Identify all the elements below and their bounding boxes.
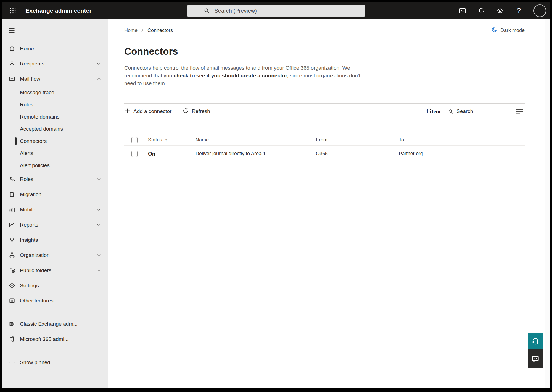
- sidebar-item-classic-exchange-admin[interactable]: Classic Exchange adm...: [2, 316, 108, 332]
- microsoft-365-logo-icon: [8, 336, 15, 343]
- sidebar-item-label: Settings: [20, 283, 39, 289]
- app-title: Exchange admin center: [25, 7, 92, 14]
- row-checkbox[interactable]: [131, 151, 138, 157]
- plus-icon: [124, 107, 131, 115]
- select-all-checkbox[interactable]: [131, 137, 138, 143]
- cloud-shell-terminal-icon[interactable]: [458, 7, 467, 15]
- sidebar-item-rules[interactable]: Rules: [2, 99, 108, 111]
- sidebar-item-insights[interactable]: Insights: [2, 232, 108, 248]
- sidebar-divider: [8, 351, 102, 351]
- sidebar-item-home[interactable]: Home: [2, 41, 108, 56]
- breadcrumb-current: Connectors: [147, 28, 173, 33]
- sidebar-item-roles[interactable]: Roles: [2, 172, 108, 187]
- sidebar-item-public-folders[interactable]: Public folders: [2, 263, 108, 278]
- sort-ascending-icon[interactable]: ↑: [165, 137, 167, 143]
- ellipsis-icon: [8, 359, 15, 366]
- toolbar-right: 1 item: [426, 106, 525, 117]
- scrollbar-track[interactable]: [545, 19, 550, 388]
- sidebar-item-show-pinned[interactable]: Show pinned: [2, 355, 108, 370]
- exchange-admin-center-app: Exchange admin center: [2, 2, 550, 388]
- global-search-bar[interactable]: [187, 5, 365, 17]
- feedback-chat-button[interactable]: [528, 349, 543, 368]
- sidebar-item-remote-domains[interactable]: Remote domains: [2, 111, 108, 123]
- sidebar-item-other-features[interactable]: Other features: [2, 293, 108, 308]
- item-count: 1 item: [426, 108, 440, 115]
- table-grid-icon: [8, 297, 15, 304]
- toolbar-actions: Add a connector Refresh: [124, 107, 210, 115]
- sidebar-item-label: Reports: [20, 222, 38, 228]
- dark-mode-toggle[interactable]: Dark mode: [491, 27, 525, 34]
- help-question-glyph: ?: [517, 7, 521, 15]
- lightbulb-icon: [8, 236, 15, 244]
- sidebar-item-label: Other features: [20, 298, 53, 304]
- column-header-from[interactable]: From: [316, 137, 399, 143]
- sidebar-item-reports[interactable]: Reports: [2, 217, 108, 232]
- table-header-row: Status ↑ Name From To: [124, 135, 525, 146]
- page-description: Connectors help control the flow of emai…: [124, 64, 362, 87]
- sidebar-item-label: Migration: [20, 191, 41, 198]
- support-headset-button[interactable]: [528, 333, 543, 349]
- list-search-input[interactable]: [456, 108, 507, 114]
- collapse-nav-hamburger-icon[interactable]: [2, 25, 108, 36]
- notifications-bell-icon[interactable]: [477, 7, 485, 15]
- roles-person-briefcase-icon: [8, 176, 15, 183]
- sidebar-item-label: Classic Exchange adm...: [20, 321, 78, 327]
- sidebar-item-label: Public folders: [20, 267, 51, 273]
- help-icon[interactable]: ?: [515, 7, 523, 15]
- sidebar-item-mail-flow[interactable]: Mail flow: [2, 71, 108, 86]
- sidebar-item-label: Insights: [20, 237, 38, 243]
- org-chart-icon: [8, 252, 15, 259]
- sidebar-item-microsoft-365-admin[interactable]: Microsoft 365 admi...: [2, 332, 108, 347]
- moon-icon: [491, 27, 498, 34]
- sidebar-item-label: Alerts: [20, 150, 33, 156]
- sidebar-item-label: Mail flow: [20, 76, 40, 82]
- column-header-status[interactable]: Status ↑: [148, 137, 196, 143]
- selected-indicator: [15, 137, 17, 145]
- connectors-table: Status ↑ Name From To On Deliver journal…: [124, 135, 525, 162]
- sidebar-item-recipients[interactable]: Recipients: [2, 56, 108, 71]
- sidebar-item-message-trace[interactable]: Message trace: [2, 86, 108, 99]
- column-header-to[interactable]: To: [399, 137, 525, 143]
- breadcrumb-row: Home Connectors Dark mode: [124, 27, 525, 34]
- table-row[interactable]: On Deliver journal directly to Area 1 O3…: [124, 146, 525, 162]
- sidebar-item-alerts[interactable]: Alerts: [2, 147, 108, 159]
- top-app-bar: Exchange admin center: [2, 2, 550, 19]
- view-options-icon[interactable]: [515, 107, 525, 115]
- sidebar-item-accepted-domains[interactable]: Accepted domains: [2, 123, 108, 135]
- envelope-icon: [8, 75, 15, 83]
- list-toolbar: Add a connector Refresh 1 item: [124, 103, 525, 119]
- sidebar-item-mobile[interactable]: Mobile: [2, 202, 108, 217]
- breadcrumb-home-link[interactable]: Home: [124, 28, 138, 33]
- settings-gear-icon[interactable]: [496, 7, 504, 15]
- sidebar-item-settings[interactable]: Settings: [2, 278, 108, 293]
- app-launcher-waffle-icon[interactable]: [8, 6, 18, 15]
- chevron-down-icon: [96, 207, 101, 212]
- sidebar-item-alert-policies[interactable]: Alert policies: [2, 159, 108, 172]
- row-name[interactable]: Deliver journal directly to Area 1: [196, 151, 316, 157]
- global-search-input[interactable]: [215, 8, 347, 14]
- sidebar-item-organization[interactable]: Organization: [2, 248, 108, 263]
- row-status: On: [148, 151, 196, 157]
- create-connector-check-link[interactable]: check to see if you should create a conn…: [173, 73, 288, 78]
- search-icon: [448, 109, 454, 114]
- sidebar-item-migration[interactable]: Migration: [2, 187, 108, 202]
- dark-mode-label: Dark mode: [500, 28, 525, 33]
- sidebar-item-label: Message trace: [20, 90, 54, 96]
- list-search-box[interactable]: [445, 106, 510, 117]
- sidebar-item-label: Remote domains: [20, 114, 60, 120]
- sidebar-item-label: Alert policies: [20, 162, 50, 169]
- main-area: Home Recipients Mail flow Message trace …: [2, 19, 550, 388]
- add-connector-button[interactable]: Add a connector: [124, 107, 171, 115]
- refresh-button[interactable]: Refresh: [183, 107, 210, 115]
- column-header-name[interactable]: Name: [196, 137, 316, 143]
- column-header-label: Status: [148, 137, 162, 143]
- home-icon: [8, 45, 15, 52]
- account-avatar[interactable]: [533, 4, 546, 17]
- sidebar-item-connectors[interactable]: Connectors: [2, 135, 108, 147]
- sidebar-item-label: Rules: [20, 102, 33, 108]
- left-navigation: Home Recipients Mail flow Message trace …: [2, 19, 108, 388]
- migration-document-arrow-icon: [8, 191, 15, 198]
- content-pane: Home Connectors Dark mode Connectors Con…: [108, 19, 545, 388]
- headset-icon: [531, 337, 540, 345]
- breadcrumb: Home Connectors: [124, 28, 173, 33]
